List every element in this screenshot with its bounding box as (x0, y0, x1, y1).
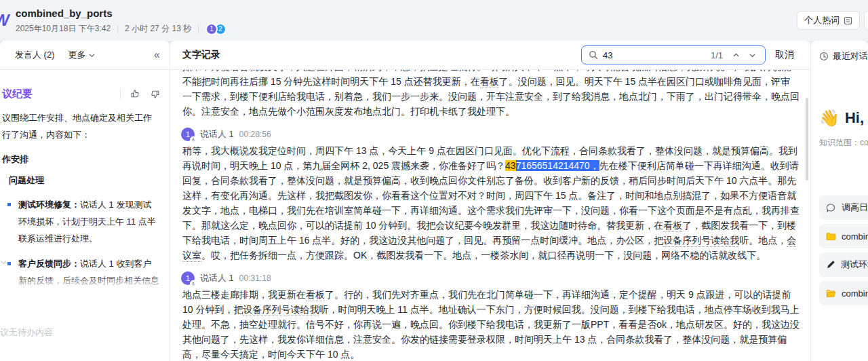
search-match-highlight: 43 (505, 160, 516, 171)
transcript-entry: 1 说话人 1 00:28:56 稍等，我大概说发我定位时间，周四下午 13 点… (182, 128, 800, 263)
suggestion-item[interactable]: combined_by_ports (819, 281, 868, 305)
transcript-body[interactable]: 如果不方便语音就发文字，人还在外面，稍后到，不急，抽空处理就行。时间后人下午 9… (170, 70, 810, 360)
search-icon (589, 50, 598, 60)
greeting-text: Hi, (845, 109, 864, 127)
pen-icon (826, 260, 835, 269)
transcript-panel: 文字记录 1/1 取消 如果不方便 (170, 41, 810, 361)
search-prev-button[interactable] (730, 52, 742, 59)
more-label: 更多 (68, 49, 86, 61)
summary-section-issue: 问题处理 (9, 174, 160, 187)
summary-content: 议纪要 议围绕工作安排、地点确定及相关工作行了沟通，内容如下： 作安排 问题处理… (0, 88, 170, 361)
assistant-greeting: 👋 Hi, (819, 109, 868, 128)
speaker-name: 说话人 1 (200, 128, 234, 140)
meeting-duration: 2 小时 27 分 13 秒 (125, 23, 191, 35)
search-input[interactable] (603, 50, 706, 60)
recent-chats-label: 最近对话 (833, 50, 868, 62)
folder-icon (826, 232, 836, 241)
assistant-panel: 最近对话 👋 Hi, 知识范围：combined_by_ports 调高日志 (811, 41, 868, 361)
chevron-down-icon (89, 52, 95, 58)
meeting-date: 2025年10月18日 下午3:42 (16, 23, 111, 35)
suggestion-label: 测试环境 (841, 259, 868, 271)
top-bar: W combined_by_ports 2025年10月18日 下午3:42 2… (0, 0, 868, 41)
speaker-avatar: 1 (181, 128, 195, 141)
transcript-text: 听。地点， (739, 235, 787, 246)
clock-icon (819, 52, 829, 61)
todo-empty-text: 议无待办内容 (0, 326, 53, 339)
transcript-paragraph: 稍等，我大概说发我定位时间，周四下午 13 点，今天上午 9 点在园区门口见面。… (182, 143, 800, 263)
cancel-search-button[interactable]: 取消 (775, 49, 794, 61)
speakers-dropdown[interactable]: 发言人 (2) (15, 49, 55, 61)
page-title: combined_by_ports (16, 7, 226, 20)
dotted-term: 看板 (663, 220, 682, 232)
search-counter: 1/1 (711, 50, 723, 60)
suggestion-label: combined_by_ports (842, 231, 868, 242)
suggestion-item[interactable]: 测试环境 (819, 252, 868, 277)
summary-panel: 发言人 (2) 更多 « 议纪要 (0, 41, 170, 361)
dotted-term: 看板 (480, 76, 499, 88)
summary-bullet-list: 测试环境修复：说话人 1 发现测试环境损坏，计划于明天上午 11 点半联系运维进… (2, 196, 160, 289)
bullet-label: 客户反馈同步： (18, 259, 80, 269)
help-button[interactable] (864, 11, 868, 30)
selected-text-highlight: 71656514214470， (516, 160, 599, 171)
transcript-text: 地点三楼走廊排期，我更新在 (182, 289, 306, 300)
suggestion-list: 调高日志 combined_by_ports 测试环境 (819, 195, 868, 305)
timestamp[interactable]: 00:31:18 (239, 273, 271, 283)
collapse-panel-button[interactable]: « (154, 49, 160, 61)
bullet-square-icon (7, 262, 11, 265)
more-dropdown[interactable]: 更多 (68, 49, 95, 61)
open-folder-icon (826, 289, 836, 298)
app-logo-icon: W (0, 11, 10, 30)
dotted-term: 设备序列号读给我 (243, 304, 319, 316)
speakers-label: 发言人 (2) (15, 49, 55, 61)
summary-bullet: 客户反馈同步：说话人 1 收到客户新的反馈，后续会及时同步相关信息 (2, 255, 160, 289)
summary-intro: 议围绕工作安排、地点确定及相关工作行了沟通，内容如下： (2, 109, 160, 143)
speaker-chip-1[interactable]: 1 (205, 23, 218, 35)
summary-title: 议纪要 (2, 88, 33, 100)
microphone-badge-icon (190, 136, 197, 143)
transcript-entry: 1 说话人 1 00:31:18 地点三楼走廊排期，我更新在看板了。行的，我们先… (182, 271, 800, 360)
transcript-title: 文字记录 (182, 49, 220, 61)
section-chevron-icon[interactable] (0, 259, 7, 265)
suggestion-label: 调高日志 (842, 202, 868, 214)
hotwords-doc-icon (844, 16, 852, 25)
recent-chats-button[interactable]: 最近对话 (819, 50, 868, 62)
suggestion-item[interactable]: 调高日志 (819, 195, 868, 220)
wave-emoji-icon: 👋 (819, 109, 840, 128)
meta-divider (198, 25, 199, 33)
timestamp[interactable]: 00:28:56 (239, 130, 271, 139)
transcript-paragraph: 地点三楼走廊排期，我更新在看板了。行的，我们先对齐重点，我们先在北门简单碰一下，… (182, 287, 800, 360)
chat-bubble-icon (826, 203, 836, 213)
transcript-text: 。哎，把任务拆细一点，方便跟踪。OK，截图发我看一下。地点，一楼茶水间，就口径再… (201, 250, 766, 261)
suggestion-item[interactable]: combined_by_ports (819, 224, 868, 248)
scrollbar-thumb[interactable] (806, 98, 808, 180)
bullet-label: 测试环境修复： (18, 200, 80, 210)
meta-divider (117, 25, 118, 33)
dotted-term: 看板 (306, 289, 325, 301)
meeting-meta: 2025年10月18日 下午3:42 2 小时 27 分 13 秒 1 2 (16, 23, 226, 35)
summary-bullet: 测试环境修复：说话人 1 发现测试环境损坏，计划于明天上午 11 点半联系运维进… (2, 196, 160, 247)
thumbs-up-icon[interactable] (130, 89, 140, 99)
knowledge-scope-label: 知识范围：combined_by_ports (819, 137, 868, 149)
personal-hotwords-button[interactable]: 个人热词 (797, 11, 860, 30)
transcript-paragraph: 如果不方便语音就发文字，人还在外面，稍后到，不急，抽空处理就行。时间后人下午 9… (182, 70, 800, 119)
bullet-square-icon (7, 203, 11, 206)
icons-divider (120, 90, 121, 99)
dotted-term: 设备序列号读给我 (663, 235, 739, 247)
thumbs-down-icon[interactable] (150, 89, 160, 99)
personal-hotwords-label: 个人热词 (804, 14, 840, 26)
suggestion-label: combined_by_ports (842, 288, 868, 299)
speaker-chips[interactable]: 1 2 (205, 23, 226, 35)
search-next-button[interactable] (747, 52, 758, 59)
speaker-name: 说话人 1 (200, 272, 234, 284)
summary-section-work: 作安排 (2, 153, 160, 166)
speaker-avatar: 1 (181, 271, 195, 285)
search-box[interactable]: 1/1 (581, 45, 766, 64)
microphone-badge-icon (190, 280, 197, 287)
